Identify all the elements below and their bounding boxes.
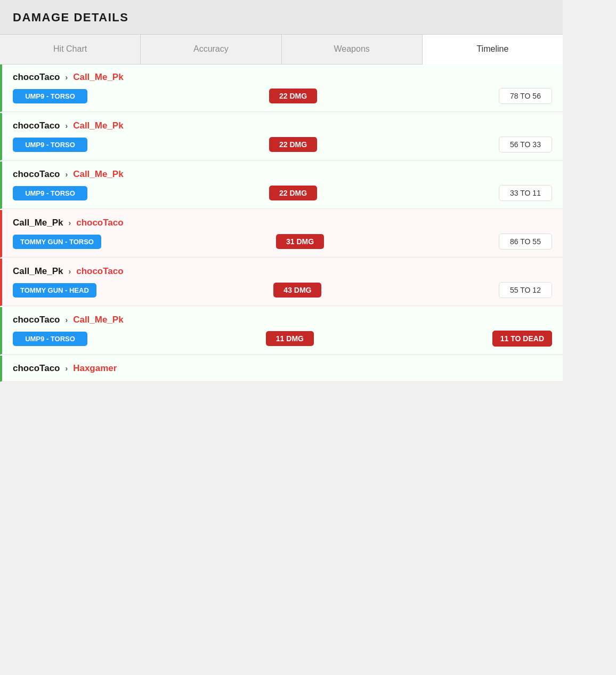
event-content: Call_Me_Pk › chocoTaco TOMMY GUN - TORSO… bbox=[13, 218, 552, 250]
weapon-badge: TOMMY GUN - HEAD bbox=[13, 283, 96, 298]
event-content: chocoTaco › Call_Me_Pk UMP9 - TORSO 11 D… bbox=[13, 315, 552, 347]
event-row-2: chocoTaco › Call_Me_Pk UMP9 - TORSO 22 D… bbox=[0, 113, 563, 160]
event-details: UMP9 - TORSO 22 DMG 78 TO 56 bbox=[13, 88, 552, 104]
event-players: Call_Me_Pk › chocoTaco bbox=[13, 218, 552, 228]
weapon-badge: UMP9 - TORSO bbox=[13, 332, 87, 346]
event-row-3: chocoTaco › Call_Me_Pk UMP9 - TORSO 22 D… bbox=[0, 162, 563, 209]
player-target: Call_Me_Pk bbox=[73, 169, 124, 180]
page-title: DAMAGE DETAILS bbox=[13, 11, 128, 24]
damage-badge: 22 DMG bbox=[269, 89, 317, 103]
player-attacker: Call_Me_Pk bbox=[13, 218, 63, 228]
player-attacker-partial: chocoTaco bbox=[13, 363, 60, 374]
event-players: Call_Me_Pk › chocoTaco bbox=[13, 266, 552, 277]
event-details: TOMMY GUN - HEAD 43 DMG 55 TO 12 bbox=[13, 282, 552, 298]
event-players: chocoTaco › Call_Me_Pk bbox=[13, 315, 552, 325]
arrow-icon: › bbox=[65, 316, 68, 324]
hp-badge: 11 TO DEAD bbox=[492, 331, 552, 347]
event-content-partial: chocoTaco › Haxgamer bbox=[13, 363, 552, 374]
page-wrapper: DAMAGE DETAILS Hit Chart Accuracy Weapon… bbox=[0, 0, 563, 382]
arrow-icon: › bbox=[65, 170, 68, 179]
event-details: UMP9 - TORSO 22 DMG 56 TO 33 bbox=[13, 136, 552, 152]
player-target: Call_Me_Pk bbox=[73, 315, 124, 325]
hp-badge: 56 TO 33 bbox=[499, 136, 552, 152]
event-row-4: Call_Me_Pk › chocoTaco TOMMY GUN - TORSO… bbox=[0, 210, 563, 258]
event-players: chocoTaco › Call_Me_Pk bbox=[13, 120, 552, 131]
hp-badge: 55 TO 12 bbox=[499, 282, 552, 298]
player-target-partial: Haxgamer bbox=[73, 363, 117, 374]
event-row-partial: chocoTaco › Haxgamer bbox=[0, 356, 563, 382]
weapon-badge: UMP9 - TORSO bbox=[13, 89, 87, 103]
player-attacker: chocoTaco bbox=[13, 120, 60, 131]
event-content: chocoTaco › Call_Me_Pk UMP9 - TORSO 22 D… bbox=[13, 120, 552, 152]
weapon-badge: UMP9 - TORSO bbox=[13, 186, 87, 200]
event-details: UMP9 - TORSO 11 DMG 11 TO DEAD bbox=[13, 331, 552, 347]
event-content: Call_Me_Pk › chocoTaco TOMMY GUN - HEAD … bbox=[13, 266, 552, 298]
tab-weapons[interactable]: Weapons bbox=[282, 35, 423, 64]
page-header: DAMAGE DETAILS bbox=[0, 0, 563, 35]
player-target: chocoTaco bbox=[76, 218, 123, 228]
event-players-partial: chocoTaco › Haxgamer bbox=[13, 363, 552, 374]
damage-badge: 11 DMG bbox=[266, 331, 314, 346]
player-target: Call_Me_Pk bbox=[73, 120, 124, 131]
event-row-6: chocoTaco › Call_Me_Pk UMP9 - TORSO 11 D… bbox=[0, 307, 563, 355]
player-attacker: chocoTaco bbox=[13, 169, 60, 180]
event-row-1: chocoTaco › Call_Me_Pk UMP9 - TORSO 22 D… bbox=[0, 65, 563, 112]
damage-badge: 22 DMG bbox=[269, 137, 317, 152]
event-content: chocoTaco › Call_Me_Pk UMP9 - TORSO 22 D… bbox=[13, 169, 552, 201]
weapon-badge: TOMMY GUN - TORSO bbox=[13, 235, 101, 249]
arrow-icon-partial: › bbox=[65, 364, 68, 373]
tab-accuracy[interactable]: Accuracy bbox=[141, 35, 281, 64]
arrow-icon: › bbox=[65, 73, 68, 82]
event-details: TOMMY GUN - TORSO 31 DMG 86 TO 55 bbox=[13, 234, 552, 250]
hp-badge: 86 TO 55 bbox=[499, 234, 552, 250]
damage-badge: 43 DMG bbox=[273, 283, 321, 298]
player-attacker: chocoTaco bbox=[13, 72, 60, 83]
tab-timeline[interactable]: Timeline bbox=[423, 35, 563, 65]
tab-hit-chart[interactable]: Hit Chart bbox=[0, 35, 141, 64]
hp-badge: 78 TO 56 bbox=[499, 88, 552, 104]
damage-badge: 31 DMG bbox=[276, 234, 324, 249]
hp-badge: 33 TO 11 bbox=[499, 185, 552, 201]
arrow-icon: › bbox=[65, 122, 68, 130]
arrow-icon: › bbox=[69, 219, 71, 227]
events-list: chocoTaco › Call_Me_Pk UMP9 - TORSO 22 D… bbox=[0, 65, 563, 382]
event-row-5: Call_Me_Pk › chocoTaco TOMMY GUN - HEAD … bbox=[0, 259, 563, 306]
damage-badge: 22 DMG bbox=[269, 186, 317, 200]
arrow-icon: › bbox=[69, 267, 71, 276]
event-players: chocoTaco › Call_Me_Pk bbox=[13, 169, 552, 180]
tabs-container: Hit Chart Accuracy Weapons Timeline bbox=[0, 35, 563, 65]
player-target: chocoTaco bbox=[76, 266, 123, 277]
player-target: Call_Me_Pk bbox=[73, 72, 124, 83]
event-players: chocoTaco › Call_Me_Pk bbox=[13, 72, 552, 83]
event-details: UMP9 - TORSO 22 DMG 33 TO 11 bbox=[13, 185, 552, 201]
event-content: chocoTaco › Call_Me_Pk UMP9 - TORSO 22 D… bbox=[13, 72, 552, 104]
weapon-badge: UMP9 - TORSO bbox=[13, 138, 87, 152]
player-attacker: chocoTaco bbox=[13, 315, 60, 325]
player-attacker: Call_Me_Pk bbox=[13, 266, 63, 277]
